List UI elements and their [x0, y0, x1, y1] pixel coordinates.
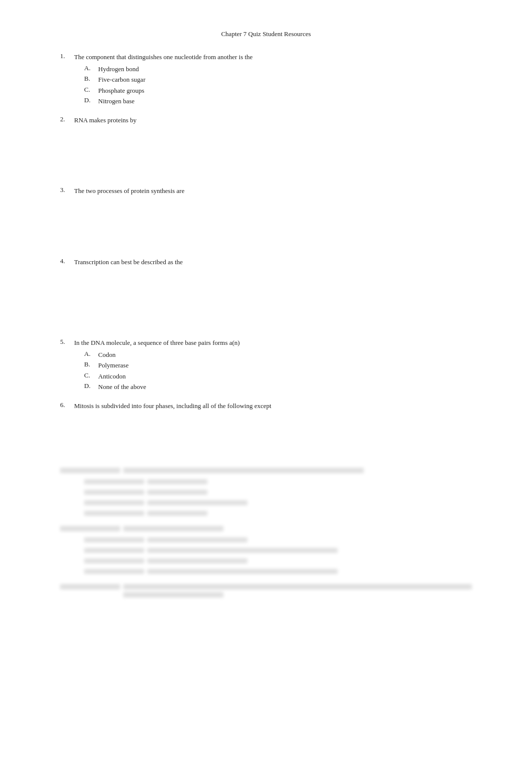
- answer-1a: A. Hydrogen bond: [84, 64, 472, 74]
- answer-5b-letter: B.: [84, 360, 98, 368]
- answer-5b: B. Polymerase: [84, 360, 472, 370]
- question-2: 2. RNA makes proteins by: [60, 115, 472, 177]
- answer-5c: C. Anticodon: [84, 371, 472, 381]
- questions-list: 1. The component that distinguishes one …: [60, 52, 472, 458]
- answer-5d: D. None of the above: [84, 382, 472, 392]
- answer-5b-text: Polymerase: [98, 360, 129, 370]
- question-2-blank: [60, 127, 472, 177]
- answer-1a-text: Hydrogen bond: [98, 64, 139, 74]
- question-6-number: 6.: [60, 401, 74, 409]
- blurred-q7: [60, 468, 472, 519]
- question-1-answers: A. Hydrogen bond B. Five-carbon sugar C.…: [84, 64, 472, 106]
- question-1: 1. The component that distinguishes one …: [60, 52, 472, 106]
- question-5-number: 5.: [60, 338, 74, 346]
- answer-1b: B. Five-carbon sugar: [84, 75, 472, 85]
- answer-1b-text: Five-carbon sugar: [98, 75, 145, 85]
- answer-1d-text: Nitrogen base: [98, 96, 135, 106]
- question-6-blank: [60, 413, 472, 458]
- answer-1d-letter: D.: [84, 96, 98, 104]
- question-2-text: RNA makes proteins by: [74, 115, 472, 125]
- blurred-q9: [60, 584, 472, 601]
- answer-5a-letter: A.: [84, 350, 98, 358]
- question-3-number: 3.: [60, 186, 74, 194]
- question-3-blank: [60, 198, 472, 248]
- question-5: 5. In the DNA molecule, a sequence of th…: [60, 338, 472, 392]
- question-6: 6. Mitosis is subdivided into four phase…: [60, 401, 472, 458]
- question-3-text: The two processes of protein synthesis a…: [74, 186, 472, 196]
- answer-1a-letter: A.: [84, 64, 98, 72]
- answer-5a-text: Codon: [98, 350, 116, 360]
- answer-5c-letter: C.: [84, 371, 98, 379]
- page-title: Chapter 7 Quiz Student Resources: [60, 30, 472, 38]
- question-5-text: In the DNA molecule, a sequence of three…: [74, 338, 472, 348]
- question-3: 3. The two processes of protein synthesi…: [60, 186, 472, 248]
- question-2-number: 2.: [60, 115, 74, 123]
- question-5-answers: A. Codon B. Polymerase C. Anticodon D. N…: [84, 350, 472, 392]
- question-6-text: Mitosis is subdivided into four phases, …: [74, 401, 472, 411]
- question-1-number: 1.: [60, 52, 74, 60]
- question-4-number: 4.: [60, 257, 74, 265]
- answer-1c-letter: C.: [84, 86, 98, 94]
- answer-5a: A. Codon: [84, 350, 472, 360]
- question-1-text: The component that distinguishes one nuc…: [74, 52, 472, 62]
- answer-1d: D. Nitrogen base: [84, 96, 472, 106]
- answer-5c-text: Anticodon: [98, 371, 126, 381]
- question-4-blank: [60, 269, 472, 329]
- question-4: 4. Transcription can best be described a…: [60, 257, 472, 329]
- answer-5d-text: None of the above: [98, 382, 146, 392]
- answer-5d-letter: D.: [84, 382, 98, 390]
- answer-1b-letter: B.: [84, 75, 98, 83]
- blurred-q8: [60, 526, 472, 577]
- blurred-section: [60, 468, 472, 601]
- answer-1c-text: Phosphate groups: [98, 86, 144, 96]
- answer-1c: C. Phosphate groups: [84, 86, 472, 96]
- question-4-text: Transcription can best be described as t…: [74, 257, 472, 267]
